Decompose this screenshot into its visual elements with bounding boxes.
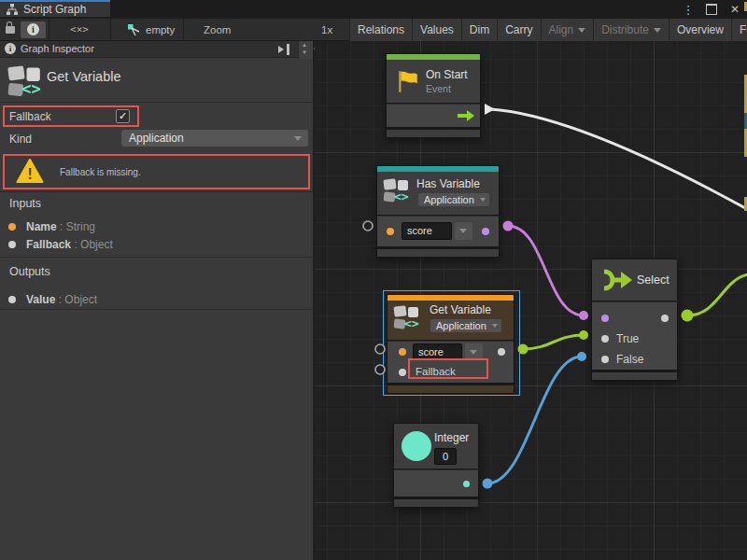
panel-scrollbar[interactable] — [298, 41, 313, 59]
kind-value: Application — [436, 320, 486, 331]
align-button[interactable]: Align — [541, 19, 594, 41]
variable-kind-dropdown[interactable]: Application — [418, 193, 489, 206]
node-select[interactable]: Select True False — [591, 259, 678, 381]
unit-title-block: Get Variable — [0, 58, 313, 103]
zoom-label: Zoom — [204, 24, 231, 35]
field-value: 0 — [443, 451, 448, 462]
wire-endpoint[interactable] — [577, 352, 586, 361]
graph-breadcrumb[interactable]: empty — [127, 21, 175, 38]
unconnected-port[interactable] — [363, 221, 373, 231]
result-output-port[interactable] — [482, 228, 489, 235]
node-has-variable[interactable]: Has Variable Application score — [376, 165, 500, 258]
relations-button[interactable]: Relations — [349, 19, 412, 41]
scroll-up-icon[interactable] — [302, 42, 307, 48]
values-button[interactable]: Values — [412, 19, 461, 41]
button-label: Carry — [505, 19, 532, 41]
edit-graph-button[interactable] — [50, 21, 108, 38]
chevron-down-icon — [578, 28, 585, 33]
select-icon — [599, 267, 633, 293]
variable-kind-dropdown[interactable]: Application — [430, 319, 501, 332]
close-icon[interactable] — [728, 3, 741, 16]
output-type: : Object — [59, 293, 97, 306]
fallback-port-highlight-box — [408, 358, 488, 379]
condition-input-port[interactable] — [601, 315, 609, 322]
flag-icon — [396, 69, 420, 93]
wire-get-variable-to-select-true[interactable] — [523, 335, 584, 349]
false-input-port[interactable] — [601, 356, 609, 363]
node-title: Select — [637, 273, 669, 287]
chevron-down-icon — [654, 28, 661, 33]
unit-title: Get Variable — [47, 69, 121, 84]
dim-button[interactable]: Dim — [461, 19, 497, 41]
warning-icon: ! — [16, 159, 44, 184]
fallback-input-port[interactable] — [399, 369, 406, 376]
kind-dropdown[interactable]: Application — [121, 130, 308, 147]
node-title: Get Variable — [430, 303, 491, 316]
name-input-port[interactable] — [399, 348, 406, 356]
wire-endpoint[interactable] — [483, 479, 493, 489]
fallback-highlight-box — [3, 105, 139, 127]
field-value: score — [407, 225, 432, 236]
node-footer — [387, 384, 514, 394]
output-row: Value : Object — [26, 293, 97, 306]
true-port-label: True — [616, 332, 639, 345]
node-title: On Start — [426, 68, 468, 81]
flow-wire-arrow — [485, 104, 495, 115]
button-label: Relations — [358, 19, 404, 41]
value-output-port[interactable] — [498, 348, 505, 356]
toolbar-divider — [110, 19, 111, 41]
variable-name-dropdown[interactable] — [455, 222, 472, 240]
chevron-down-icon — [459, 229, 467, 233]
flow-output-port[interactable] — [458, 110, 474, 121]
node-integer[interactable]: Integer 0 — [393, 423, 479, 508]
scroll-down-icon[interactable] — [302, 49, 307, 55]
node-title: Integer — [434, 431, 469, 444]
node-footer — [393, 497, 479, 508]
full-screen-button[interactable]: Full Screen — [731, 19, 747, 41]
kind-value: Application — [424, 194, 474, 205]
node-on-start[interactable]: On Start Event — [386, 53, 481, 138]
true-input-port[interactable] — [601, 335, 609, 343]
svg-text:!: ! — [27, 166, 32, 182]
wire-endpoint[interactable] — [503, 221, 514, 231]
selection-output-port[interactable] — [661, 315, 669, 322]
tab-bar: Script Graph — [0, 0, 747, 19]
inspector-header: Graph Inspector — [0, 41, 313, 58]
node-color-bar — [386, 53, 481, 60]
wire-endpoint[interactable] — [579, 311, 588, 320]
toolbar-buttons: Relations Values Dim Carry Align Distrib… — [349, 19, 747, 41]
chevron-down-icon — [294, 136, 302, 141]
false-port-label: False — [616, 353, 643, 366]
graph-canvas[interactable]: On Start Event Has Variable Application — [315, 41, 747, 560]
window-menu-icon[interactable] — [682, 3, 695, 17]
output-name: Value — [26, 293, 55, 306]
variable-name-field[interactable]: score — [402, 222, 452, 240]
inspector-toggle-button[interactable] — [21, 21, 46, 38]
unity-script-graph-window: Script Graph empty Zoom 1x Relation — [0, 0, 747, 560]
divider — [0, 191, 313, 192]
wire-endpoint[interactable] — [682, 310, 694, 322]
graph-pointer-icon — [127, 23, 141, 36]
outputs-header: Outputs — [9, 265, 50, 278]
overview-button[interactable]: Overview — [669, 19, 731, 41]
input-type: : String — [60, 220, 95, 233]
distribute-button[interactable]: Distribute — [593, 19, 669, 41]
wire-flow-on-start[interactable] — [490, 109, 747, 209]
warning-text: Fallback is missing. — [60, 167, 141, 177]
wire-endpoint[interactable] — [579, 330, 588, 340]
tab-script-graph[interactable]: Script Graph — [0, 0, 110, 17]
node-color-bar — [376, 165, 500, 172]
integer-output-port[interactable] — [463, 481, 470, 487]
name-input-port[interactable] — [387, 228, 394, 235]
button-label: Distribute — [601, 19, 649, 41]
tab-label: Script Graph — [23, 3, 86, 16]
integer-value-field[interactable]: 0 — [434, 448, 457, 465]
carry-button[interactable]: Carry — [497, 19, 540, 41]
wire-select-output[interactable] — [687, 274, 747, 315]
field-value: score — [418, 346, 444, 357]
maximize-icon[interactable] — [706, 4, 717, 15]
dock-panel-icon[interactable] — [278, 44, 291, 55]
node-title: Has Variable — [416, 177, 480, 190]
lock-icon[interactable] — [6, 26, 15, 34]
node-get-variable-selection: Get Variable Application score Fallback — [383, 290, 520, 396]
